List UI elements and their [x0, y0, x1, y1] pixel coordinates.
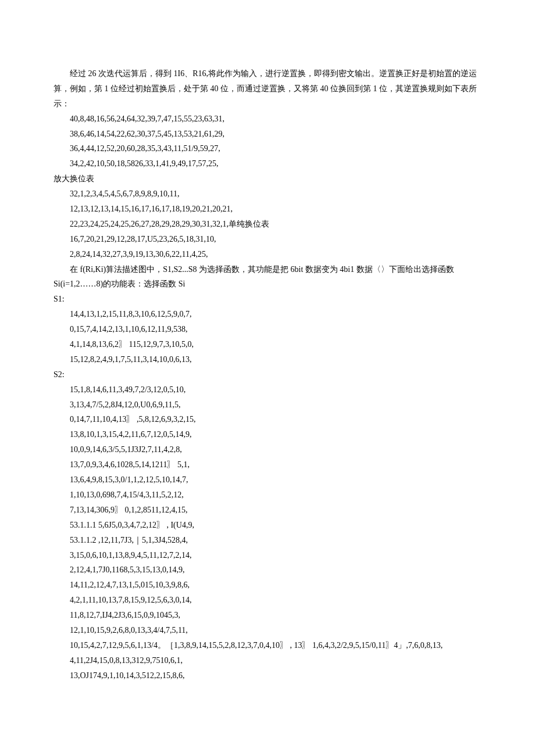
data-line: 13,7,0,9,3,4,6,1028,5,14,1211〗 5,1, [54, 457, 482, 472]
heading-enlarge-table: 放大换位表 [54, 171, 482, 187]
text: 放大换位表 [54, 174, 94, 183]
text: 15,1,8,14,6,11,3,49,7,2/3,12,0,5,10, [70, 385, 186, 394]
data-line: 0,15,7,4,14,2,13,1,10,6,12,11,9,538, [54, 322, 482, 337]
data-line: 3,13,4,7/5,2,8J4,12,0,U0,6,9,11,5, [54, 397, 482, 413]
text: 2,12,4,1,7J0,1168,5,3,15,13,0,14,9, [70, 565, 184, 574]
text: 0,14,7,11,10,4,13〗 ,5,8,12,6,9,3,2,15, [70, 415, 195, 424]
data-line: 0,14,7,11,10,4,13〗 ,5,8,12,6,9,3,2,15, [54, 412, 482, 427]
data-line: 4,11,2J4,15,0,8,13,312,9,7510,6,1, [54, 653, 482, 668]
text: 32,1,2,3,4,5,4,5,6,7,8,9,8,9,10,11, [70, 189, 179, 198]
heading-s1: S1: [54, 292, 482, 307]
data-line: 40,8,48,16,56,24,64,32,39,7,47,15,55,23,… [54, 112, 482, 127]
text: 40,8,48,16,56,24,64,32,39,7,47,15,55,23,… [70, 114, 224, 123]
text: 0,15,7,4,14,2,13,1,10,6,12,11,9,538, [70, 325, 187, 334]
text: 11,8,12,7,IJ4,2J3,6,15,0,9,1045,3, [70, 611, 180, 619]
text: 4,2,1,11,10,13,7,8,15,9,12,5,6,3,0,14, [70, 596, 191, 604]
text: 14,11,2,12,4,7,13,1,5,015,10,3,9,8,6, [70, 581, 190, 589]
data-line: 36,4,44,12,52,20,60,28,35,3,43,11,51/9,5… [54, 141, 482, 156]
text: 38,6,46,14,54,22,62,30,37,5,45,13,53,21,… [70, 130, 224, 138]
text: 12,13,12,13,14,15,16,17,16,17,18,19,20,2… [70, 205, 233, 213]
text: 13,OJ174,9,1,10,14,3,512,2,15,8,6, [70, 671, 185, 680]
data-line: 4,2,1,11,10,13,7,8,15,9,12,5,6,3,0,14, [54, 593, 482, 608]
text: 12,1,10,15,9,2,6,8,0,13,3,4/4,7,5,11, [70, 626, 188, 635]
data-line: 15,1,8,14,6,11,3,49,7,2/3,12,0,5,10, [54, 382, 482, 397]
paragraph-sbox: 在 f(Ri,Ki)算法描述图中，S1,S2...S8 为选择函数，其功能是把 … [54, 262, 482, 292]
data-line: 22,23,24,25,24,25,26,27,28,29,28,29,30,3… [54, 217, 482, 232]
text: 53.1.1.2 ,12,11,7J3,｜5,1,3J4,528,4, [70, 536, 188, 544]
text: 3,15,0,6,10,1,13,8,9,4,5,11,12,7,2,14, [70, 551, 191, 560]
text: 16,7,20,21,29,12,28,17,U5,23,26,5,18,31,… [70, 235, 216, 243]
text: 4,1,14,8,13,6,2〗 115,12,9,7,3,10,5,0, [70, 340, 194, 349]
data-line: 12,1,10,15,9,2,6,8,0,13,3,4/4,7,5,11, [54, 623, 482, 638]
data-line: 16,7,20,21,29,12,28,17,U5,23,26,5,18,31,… [54, 232, 482, 247]
data-line: 14,11,2,12,4,7,13,1,5,015,10,3,9,8,6, [54, 578, 482, 593]
data-line: 13,6,4,9,8,15,3,0/1,1,2,12,5,10,14,7, [54, 472, 482, 488]
data-line: 4,1,14,8,13,6,2〗 115,12,9,7,3,10,5,0, [54, 337, 482, 352]
data-line: 53.1.1.1 5,6J5,0,3,4,7,2,12〗 , I(U4,9, [54, 518, 482, 533]
text: 10,15,4,2,7,12,9,5,6,1,13/4。［1,3,8,9,14,… [70, 641, 443, 650]
data-line: 1,10,13,0,698,7,4,15/4,3,11,5,2,12, [54, 488, 482, 503]
data-line-long: 10,15,4,2,7,12,9,5,6,1,13/4。［1,3,8,9,14,… [54, 638, 482, 653]
data-line: 10,0,9,14,6,3/5,5,1J3J2,7,11,4,2,8, [54, 442, 482, 457]
paragraph-intro: 经过 26 次迭代运算后，得到 1I6、R16,将此作为输入，进行逆置换，即得到… [54, 66, 482, 112]
document-page: 经过 26 次迭代运算后，得到 1I6、R16,将此作为输入，进行逆置换，即得到… [0, 0, 535, 756]
text: 34,2,42,10,50,18,5826,33,1,41,9,49,17,57… [70, 159, 219, 168]
text: 22,23,24,25,24,25,26,27,28,29,28,29,30,3… [70, 220, 269, 228]
data-line: 2,12,4,1,7J0,1168,5,3,15,13,0,14,9, [54, 562, 482, 578]
text: 53.1.1.1 5,6J5,0,3,4,7,2,12〗 , I(U4,9, [70, 521, 194, 529]
text: 15,12,8,2,4,9,1,7,5,11,3,14,10,0,6,13, [70, 355, 191, 364]
text: 13,6,4,9,8,15,3,0/1,1,2,12,5,10,14,7, [70, 475, 188, 484]
text: 13,8,10,1,3,15,4,2,11,6,7,12,0,5,14,9, [70, 430, 191, 439]
text: 36,4,44,12,52,20,60,28,35,3,43,11,51/9,5… [70, 144, 220, 153]
data-line: 13,OJ174,9,1,10,14,3,512,2,15,8,6, [54, 668, 482, 683]
data-line: 38,6,46,14,54,22,62,30,37,5,45,13,53,21,… [54, 127, 482, 142]
text: 在 f(Ri,Ki)算法描述图中，S1,S2...S8 为选择函数，其功能是把 … [54, 265, 454, 289]
data-line: 2,8,24,14,32,27,3,9,19,13,30,6,22,11,4,2… [54, 247, 482, 262]
data-line: 11,8,12,7,IJ4,2J3,6,15,0,9,1045,3, [54, 608, 482, 623]
text: 3,13,4,7/5,2,8J4,12,0,U0,6,9,11,5, [70, 400, 180, 409]
text: 13,7,0,9,3,4,6,1028,5,14,1211〗 5,1, [70, 460, 190, 469]
text: 14,4,13,1,2,15,11,8,3,10,6,12,5,9,0,7, [70, 310, 191, 318]
text: 7,13,14,306,9〗 0,1,2,8511,12,4,15, [70, 506, 187, 514]
data-line: 13,8,10,1,3,15,4,2,11,6,7,12,0,5,14,9, [54, 427, 482, 442]
data-line: 7,13,14,306,9〗 0,1,2,8511,12,4,15, [54, 503, 482, 518]
text: 2,8,24,14,32,27,3,9,19,13,30,6,22,11,4,2… [70, 250, 208, 259]
heading-s2: S2: [54, 367, 482, 382]
text: S1: [54, 295, 65, 303]
text: S2: [54, 370, 65, 379]
data-line: 15,12,8,2,4,9,1,7,5,11,3,14,10,0,6,13, [54, 352, 482, 367]
text: 1,10,13,0,698,7,4,15/4,3,11,5,2,12, [70, 490, 184, 499]
data-line: 14,4,13,1,2,15,11,8,3,10,6,12,5,9,0,7, [54, 307, 482, 322]
data-line: 3,15,0,6,10,1,13,8,9,4,5,11,12,7,2,14, [54, 548, 482, 563]
text: 10,0,9,14,6,3/5,5,1J3J2,7,11,4,2,8, [70, 445, 182, 454]
data-line: 34,2,42,10,50,18,5826,33,1,41,9,49,17,57… [54, 156, 482, 171]
text: 经过 26 次迭代运算后，得到 1I6、R16,将此作为输入，进行逆置换，即得到… [54, 69, 477, 108]
data-line: 12,13,12,13,14,15,16,17,16,17,18,19,20,2… [54, 202, 482, 217]
data-line: 53.1.1.2 ,12,11,7J3,｜5,1,3J4,528,4, [54, 533, 482, 548]
data-line: 32,1,2,3,4,5,4,5,6,7,8,9,8,9,10,11, [54, 187, 482, 202]
text: 4,11,2J4,15,0,8,13,312,9,7510,6,1, [70, 656, 183, 665]
